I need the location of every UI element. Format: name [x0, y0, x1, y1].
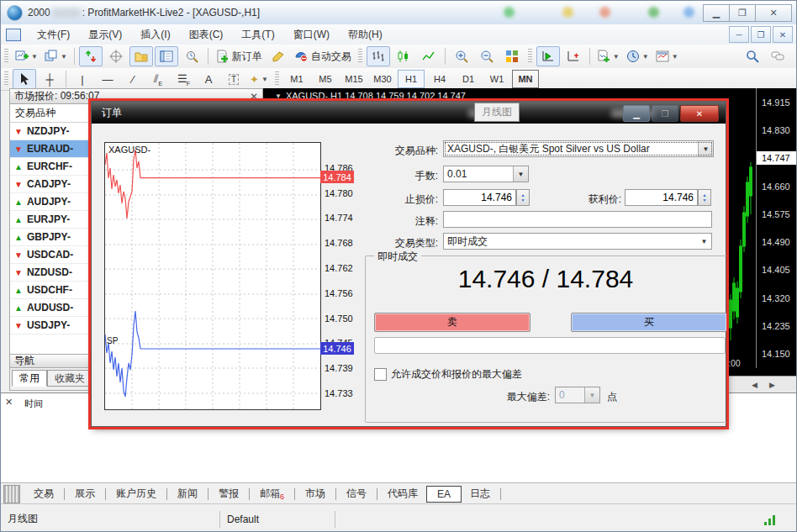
tab-account-history[interactable]: 账户历史 [108, 485, 165, 503]
chevron-down-icon[interactable]: ▼ [513, 166, 528, 182]
dialog-minimize-button[interactable]: ▁ [623, 105, 650, 122]
periods-button[interactable]: ▼ [624, 46, 652, 66]
navigator-toggle[interactable] [129, 46, 153, 66]
tile-windows-button[interactable] [500, 46, 524, 66]
tab-favorites[interactable]: 收藏夹 [47, 370, 92, 387]
tab-journal[interactable]: 日志 [462, 485, 499, 503]
equidistant-channel-button[interactable]: ⫽E [146, 69, 170, 89]
menu-insert[interactable]: 插入(I) [131, 25, 179, 45]
terminal-toggle[interactable] [155, 46, 178, 66]
menu-tools[interactable]: 工具(T) [232, 25, 283, 45]
fibonacci-button[interactable]: ☰F [172, 69, 195, 89]
crosshair-tool-button[interactable]: ┼ [38, 69, 61, 89]
toolbar-grip[interactable] [4, 49, 8, 64]
chat-button[interactable] [766, 46, 789, 66]
text-label-button[interactable]: T [222, 69, 245, 89]
chart-horizontal-scrollbar[interactable]: ◀ ▶ [729, 376, 797, 393]
vertical-line-button[interactable]: | [71, 69, 94, 89]
zoom-out-button[interactable] [475, 46, 499, 66]
timeframe-d1[interactable]: D1 [455, 70, 482, 88]
new-order-button[interactable]: 新订单 [213, 46, 265, 66]
chart-shift-button[interactable] [562, 46, 585, 66]
timeframe-m30[interactable]: M30 [369, 70, 396, 88]
timeframe-h1[interactable]: H1 [398, 70, 425, 88]
horizontal-line-button[interactable]: — [96, 69, 119, 89]
menu-charts[interactable]: 图表(C) [180, 25, 233, 45]
arrows-button[interactable]: ✦▼ [247, 69, 271, 89]
scroll-right-arrow-icon[interactable]: ▶ [769, 381, 775, 389]
take-profit-spinner[interactable]: ▲▼ [698, 189, 711, 206]
menu-help[interactable]: 帮助(H) [339, 25, 392, 45]
status-profile[interactable]: Default [220, 511, 335, 528]
tab-mailbox[interactable]: 邮箱6 [251, 485, 293, 503]
tab-signals[interactable]: 信号 [338, 485, 375, 503]
timeframe-m1[interactable]: M1 [283, 70, 310, 88]
stop-loss-spinner[interactable]: ▲▼ [516, 189, 530, 206]
timeframe-m15[interactable]: M15 [340, 70, 367, 88]
tab-alerts[interactable]: 警报 [210, 485, 247, 503]
order-dialog-titlebar[interactable]: 订单 ▁ ❐ ✕ [92, 102, 726, 124]
order-type-select[interactable]: 即时成交 ▼ [443, 233, 712, 250]
auto-scroll-button[interactable] [536, 46, 560, 66]
menu-file[interactable]: 文件(F) [28, 25, 79, 45]
strategy-tester-button[interactable] [180, 46, 203, 66]
comment-input[interactable] [443, 211, 712, 228]
take-profit-input[interactable] [625, 189, 698, 206]
volume-select[interactable]: 0.01 ▼ [443, 166, 529, 182]
terminal-close-icon[interactable]: ✕ [5, 397, 13, 408]
mdi-minimize-button[interactable]: ─ [729, 26, 749, 43]
mdi-restore-button[interactable]: ❐ [751, 26, 771, 43]
chevron-down-icon[interactable]: ▼ [697, 234, 711, 249]
price-scale[interactable]: 14.915 14.830 14.747 14.660 14.575 14.49… [756, 88, 797, 368]
indicators-button[interactable]: ▼ [594, 46, 622, 66]
chart-system-icon[interactable] [6, 29, 21, 41]
timeframe-h4[interactable]: H4 [426, 70, 453, 88]
candlestick-button[interactable] [392, 46, 415, 66]
dialog-close-button[interactable]: ✕ [680, 105, 719, 122]
buy-button[interactable]: 买 [571, 313, 727, 332]
metaeditor-button[interactable] [267, 46, 290, 66]
window-close-button[interactable]: ✕ [755, 4, 792, 22]
tab-trade[interactable]: 交易 [25, 485, 62, 503]
cursor-button[interactable] [13, 69, 36, 89]
dialog-maximize-button[interactable]: ❐ [652, 105, 678, 122]
templates-button[interactable]: ▼ [653, 46, 681, 66]
symbol-select[interactable]: XAGUSD-, 白银美元 Spot Silver vs US Dollar ▼ [443, 140, 714, 157]
tab-common[interactable]: 常用 [12, 370, 47, 387]
bar-chart-button[interactable] [367, 46, 390, 66]
one-click-trading-arrow[interactable]: ▼ [275, 92, 282, 100]
menu-view[interactable]: 显示(V) [79, 25, 131, 45]
timeframe-mn[interactable]: MN [512, 70, 539, 88]
sell-button[interactable]: 卖 [374, 313, 530, 332]
deviation-checkbox[interactable] [374, 368, 387, 381]
deviation-checkbox-row[interactable]: 允许成交价和报价的最大偏差 [374, 367, 522, 382]
scroll-left-arrow-icon[interactable]: ◀ [752, 381, 757, 389]
tab-market[interactable]: 市场 [297, 485, 334, 503]
terminal-grip-icon[interactable] [3, 485, 20, 503]
window-minimize-button[interactable]: ▁ [703, 4, 730, 22]
mdi-close-button[interactable]: ✕ [773, 26, 793, 43]
zoom-in-button[interactable] [450, 46, 473, 66]
toolbar-grip[interactable] [275, 71, 279, 87]
trendline-button[interactable]: ∕ [121, 69, 145, 89]
toolbar-grip[interactable] [528, 49, 532, 64]
autotrading-button[interactable]: 自动交易 [292, 46, 354, 66]
toolbar-grip[interactable] [4, 71, 8, 87]
chevron-down-icon[interactable]: ▼ [698, 141, 713, 156]
stop-loss-input[interactable] [443, 189, 516, 206]
timeframe-w1[interactable]: W1 [483, 70, 510, 88]
tab-experts[interactable]: EA [426, 486, 462, 503]
window-restore-button[interactable]: ❐ [729, 4, 756, 22]
menu-window[interactable]: 窗口(W) [284, 25, 339, 45]
profiles-button[interactable]: ▼ [42, 46, 70, 66]
search-button[interactable] [741, 46, 764, 66]
data-window-button[interactable] [104, 46, 128, 66]
new-chart-button[interactable]: ▼ [13, 46, 40, 66]
timeframe-m5[interactable]: M5 [312, 70, 339, 88]
tab-exposure[interactable]: 展示 [66, 485, 103, 503]
tab-code-base[interactable]: 代码库 [379, 485, 426, 503]
toolbar-grip[interactable] [358, 49, 362, 64]
line-chart-button[interactable] [417, 46, 441, 66]
tab-news[interactable]: 新闻 [169, 485, 206, 503]
market-watch-toggle[interactable] [79, 46, 103, 66]
